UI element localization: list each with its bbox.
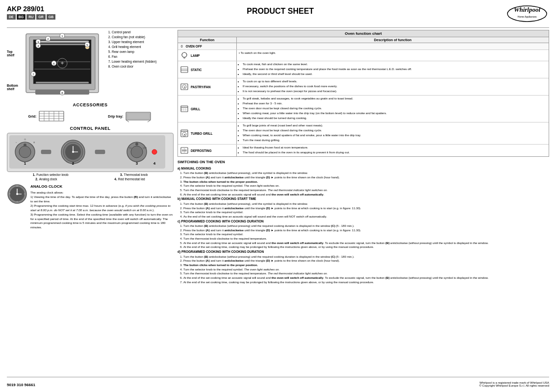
oven-with-labels: Topshelf Bottomshelf <box>7 30 102 99</box>
svg-text:⊞: ⊞ <box>33 141 35 144</box>
label-3: 2. Analog clock <box>35 177 57 181</box>
svg-text:4: 4 <box>153 161 156 166</box>
footer: 5019 310 56661 Whirlpool is a registered… <box>7 381 549 387</box>
desc-static: To cook meat, fish and chicken on the sa… <box>237 61 549 78</box>
svg-text:✦: ✦ <box>60 60 65 67</box>
chart-col-function: Function <box>178 37 237 43</box>
footer-divider <box>7 377 549 377</box>
lang-gr[interactable]: GR <box>36 14 46 20</box>
part-6: Fan <box>112 54 156 59</box>
turbo-grill-icon: ✦ <box>180 129 189 138</box>
parts-list: Control panel Cooling fan (not visible) … <box>106 30 156 70</box>
oven-svg: ✦ 1 2 3 <box>24 30 102 98</box>
chart-col-desc: Description of function <box>237 37 549 43</box>
lang-gb[interactable]: GB <box>47 14 56 20</box>
svg-point-60 <box>135 143 138 146</box>
chart-row-grill: GRILL To grill steak, kebabs and sausage… <box>178 96 549 122</box>
function-lamp: LAMP <box>178 50 237 61</box>
chart-row-static: STATIC To cook meat, fish and chicken on… <box>178 61 549 78</box>
part-4: Grill heating element <box>112 45 156 49</box>
static-icon <box>180 65 189 74</box>
grid-icon <box>38 109 65 123</box>
step: Press the button (A) and turn it anticlo… <box>183 175 549 180</box>
step: Turn the thermostat knob clockwise to th… <box>183 188 549 193</box>
svg-point-59 <box>131 146 143 158</box>
oven-parts-list: Control panel Cooling fan (not visible) … <box>106 30 156 99</box>
step: Turn the selector knob to the required s… <box>183 184 549 188</box>
part-3: Upper heating element <box>112 40 156 45</box>
svg-text:3: 3 <box>136 161 138 166</box>
svg-line-42 <box>148 120 151 122</box>
drip-tray-icon <box>125 109 152 123</box>
whirlpool-logo-svg: Whirlpool Home Appliances <box>505 5 549 24</box>
step: Turn the selector knob to the required s… <box>183 232 549 237</box>
part-1: Control panel <box>112 30 156 35</box>
control-panel-section: CONTROL PANEL ⊙ ≈ ⊞ <box>7 126 174 181</box>
function-defrosting-name: DEFROSTING <box>191 149 212 152</box>
svg-point-45 <box>19 146 31 158</box>
step: Turn the thermostat knob clockwise to th… <box>183 271 549 276</box>
function-turbo-grill: ✦ TURBO GRILL <box>178 122 237 144</box>
chart-row-pastry: ✦ PASTRY/FAN To cook on up to two differ… <box>178 78 549 96</box>
step: The button clicks when turned to the pro… <box>183 263 549 268</box>
label-4: 4. Red thermostat led <box>114 177 145 181</box>
function-chart: Oven function chart Function Description… <box>177 30 549 157</box>
desc-turbo-grill: To grill large joints of meat (roast bee… <box>237 122 549 144</box>
step: Turn the button (B) anticlockwise (witho… <box>183 255 549 259</box>
analog-clock-title: ANALOG CLOCK <box>30 184 174 190</box>
chart-row-oven-off: 0 OVEN OFF <box>178 43 549 50</box>
shelf-labels: Topshelf Bottomshelf <box>7 30 22 99</box>
prog-duration-steps: Turn the button (B) anticlockwise (witho… <box>177 224 549 249</box>
switching-text: a) MANUAL COOKING Turn the button (B) an… <box>177 166 549 285</box>
step: Turn the button (B) anticlockwise (witho… <box>183 171 549 175</box>
language-buttons: DE BG RU GR GB <box>7 14 55 20</box>
step: Press the button (A) and turn it anticlo… <box>183 228 549 233</box>
svg-text:⊙: ⊙ <box>24 138 26 141</box>
copyright: Whirlpool is a registered trade mark of … <box>480 381 549 387</box>
step: Turn the button (B) anticlockwise (witho… <box>183 202 549 206</box>
svg-text:2: 2 <box>72 161 75 166</box>
manual-cooking-steps: Turn the button (B) anticlockwise (witho… <box>177 171 549 196</box>
drip-tray-accessory: Drip tray: <box>108 109 152 123</box>
lang-de[interactable]: DE <box>7 14 16 20</box>
pastry-fan-icon: ✦ <box>180 82 189 91</box>
function-static: STATIC <box>178 61 237 78</box>
svg-rect-6 <box>36 41 89 43</box>
grid-accessory: Grid: <box>28 109 66 123</box>
clock-point-2: 2) Programming the cooking start time ma… <box>30 204 174 213</box>
function-pastry: ✦ PASTRY/FAN <box>178 78 237 95</box>
chart-header: Function Description of function <box>178 37 549 43</box>
svg-text:✦: ✦ <box>183 133 186 136</box>
function-oven-off: 0 OVEN OFF <box>178 43 237 49</box>
svg-point-46 <box>24 144 26 147</box>
chart-row-defrosting: DEFROSTING Ideal for thawing frozen food… <box>178 145 549 156</box>
analog-clock-text: ANALOG CLOCK The analog clock allows: 1)… <box>30 184 174 230</box>
svg-rect-13 <box>36 82 89 83</box>
brand-logo: Whirlpool Home Appliances <box>505 5 549 24</box>
chart-row-lamp: LAMP • To switch on the oven light. <box>178 50 549 61</box>
step: At the end of the set cooking time an ac… <box>183 276 549 280</box>
lang-bg[interactable]: BG <box>17 14 26 20</box>
main-content: Topshelf Bottomshelf <box>7 30 549 375</box>
defrosting-icon <box>180 146 189 155</box>
step: Turn the selector knob to the required s… <box>183 268 549 272</box>
lang-ru[interactable]: RU <box>26 14 35 20</box>
desc-oven-off <box>237 43 549 49</box>
step: At the end of the set cooking time an ac… <box>183 241 549 245</box>
analog-clock-icon: 12 3 6 9 <box>7 184 27 204</box>
function-static-name: STATIC <box>191 68 202 72</box>
switching-manual-start-title: b) MANUAL COOKING WITH COOKING START TIM… <box>177 196 549 201</box>
svg-point-63 <box>152 149 157 154</box>
part-number: 5019 310 56661 <box>7 383 35 387</box>
step: The button clicks when turned to the pro… <box>183 180 549 184</box>
control-panel-labels-2: 2. Analog clock 4. Red thermostat led <box>7 177 174 181</box>
function-lamp-name: LAMP <box>191 54 200 57</box>
top-shelf-label: Topshelf <box>7 50 22 57</box>
svg-line-41 <box>126 120 129 122</box>
switching-manual-title: a) MANUAL COOKING <box>177 166 549 171</box>
chart-title: Oven function chart <box>178 30 549 37</box>
function-pastry-name: PASTRY/FAN <box>191 85 210 89</box>
page-title: PRODUCT SHEET <box>55 5 505 16</box>
function-turbo-grill-name: TURBO GRILL <box>191 132 212 135</box>
control-panel-svg: ⊙ ≈ ⊞ <box>9 135 165 169</box>
